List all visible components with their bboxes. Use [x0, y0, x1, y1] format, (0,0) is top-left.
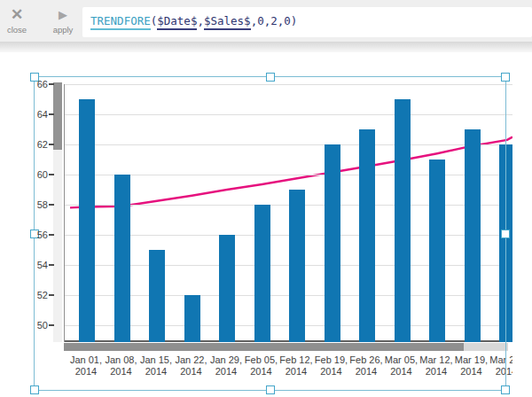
selection-handle-bottom-middle[interactable]: [266, 385, 275, 394]
gridline: [65, 84, 512, 85]
bar[interactable]: [149, 250, 165, 342]
bar[interactable]: [219, 235, 235, 342]
apply-button[interactable]: ▶ apply: [47, 6, 79, 35]
formula-comma: ,: [197, 14, 204, 30]
y-axis-label: 52: [25, 289, 48, 301]
y-axis-label: 62: [25, 138, 48, 151]
bar[interactable]: [395, 99, 411, 342]
y-axis-tick: [49, 324, 54, 326]
y-axis-label: 58: [25, 198, 48, 211]
y-axis-tick: [49, 234, 54, 236]
y-axis-label: 54: [25, 259, 48, 271]
y-axis-tick: [49, 113, 54, 115]
plot-area: [64, 84, 512, 342]
close-label: close: [7, 25, 27, 35]
formula-arg-date[interactable]: $Date$: [157, 14, 197, 30]
gridline: [65, 144, 512, 145]
bar[interactable]: [184, 295, 200, 342]
chart-canvas: Jan 01,2014Jan 08,2014Jan 15,2014Jan 22,…: [0, 52, 532, 397]
x-axis: Jan 01,2014Jan 08,2014Jan 15,2014Jan 22,…: [51, 354, 512, 383]
formula-paren: (: [151, 14, 158, 30]
y-axis-label: 50: [25, 319, 48, 331]
bar[interactable]: [359, 129, 375, 342]
y-axis-tick: [49, 174, 54, 175]
bar[interactable]: [254, 205, 270, 342]
y-axis-tick: [49, 83, 54, 85]
selection-handle-bottom-left[interactable]: [30, 385, 39, 394]
selection-handle-top-right[interactable]: [501, 73, 510, 82]
y-axis-label: 64: [25, 108, 48, 121]
apply-label: apply: [53, 25, 74, 35]
formula-toolbar: ✕ close ▶ apply TRENDFORE ( $Date$ , $Sa…: [0, 0, 532, 42]
vertical-scrollbar[interactable]: [53, 82, 62, 342]
gridline: [65, 175, 512, 175]
close-button[interactable]: ✕ close: [3, 6, 31, 35]
formula-function-token[interactable]: TRENDFORE: [90, 14, 151, 30]
selection-handle-top-middle[interactable]: [266, 73, 275, 82]
y-axis-label: 60: [25, 168, 48, 181]
apply-icon: ▶: [59, 6, 67, 24]
y-axis-tick: [49, 264, 54, 266]
selection-handle-bottom-right[interactable]: [501, 385, 510, 394]
y-axis-tick: [49, 144, 54, 145]
toolbar-shadow: [0, 42, 532, 52]
gridline: [65, 114, 512, 115]
bar[interactable]: [465, 129, 481, 342]
y-axis-tick: [49, 294, 54, 296]
bar[interactable]: [325, 144, 340, 342]
horizontal-scrollbar[interactable]: [64, 343, 508, 351]
formula-arg-sales[interactable]: $Sales$: [204, 14, 251, 30]
y-axis-label: 66: [25, 78, 48, 90]
bar[interactable]: [114, 175, 130, 342]
y-axis-label: 56: [25, 229, 48, 241]
formula-args-rest: ,0,2,0): [251, 14, 298, 30]
bar[interactable]: [499, 144, 512, 342]
close-icon: ✕: [11, 6, 23, 24]
bar[interactable]: [79, 99, 95, 342]
selection-handle-middle-right[interactable]: [501, 230, 510, 238]
formula-input[interactable]: TRENDFORE ( $Date$ , $Sales$ ,0,2,0): [82, 7, 532, 37]
vertical-scrollbar-thumb[interactable]: [53, 82, 62, 150]
bar[interactable]: [429, 160, 445, 342]
bar[interactable]: [289, 190, 305, 342]
formula-editor-app: ✕ close ▶ apply TRENDFORE ( $Date$ , $Sa…: [0, 0, 532, 397]
y-axis-tick: [49, 204, 54, 206]
horizontal-scrollbar-thumb[interactable]: [64, 343, 464, 351]
x-axis-label: Mar 26,2014: [478, 354, 512, 378]
